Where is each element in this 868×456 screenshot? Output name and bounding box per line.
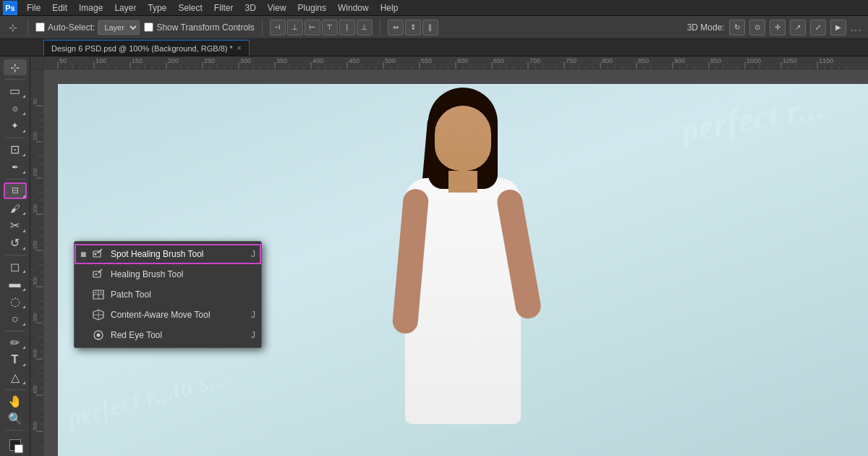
menu-filter[interactable]: Filter bbox=[209, 1, 239, 14]
menu-window[interactable]: Window bbox=[333, 1, 374, 14]
ctx-icon-red-eye bbox=[92, 329, 105, 342]
svg-text:700: 700 bbox=[529, 57, 540, 64]
menu-layer[interactable]: Layer bbox=[109, 1, 141, 14]
tool-pen[interactable]: ✏ bbox=[4, 334, 27, 350]
svg-point-206 bbox=[97, 334, 101, 337]
ctx-bullet-ca: ■ bbox=[80, 309, 86, 321]
svg-text:500: 500 bbox=[385, 57, 396, 64]
ctx-label-healing-brush: Healing Brush Tool bbox=[111, 269, 250, 279]
align-center-v-btn[interactable]: | bbox=[339, 20, 355, 35]
transform-controls-label: Show Transform Controls bbox=[156, 22, 254, 33]
ctx-content-aware[interactable]: ■ Content-Aware Move Tool J bbox=[75, 305, 261, 325]
menu-3d[interactable]: 3D bbox=[239, 1, 260, 14]
3d-slide-btn[interactable]: ↗ bbox=[790, 20, 806, 35]
svg-point-194 bbox=[95, 253, 97, 256]
separator-3 bbox=[380, 20, 380, 35]
3d-video-btn[interactable]: ▶ bbox=[830, 20, 846, 35]
menu-plugins[interactable]: Plugins bbox=[293, 1, 331, 14]
ruler-corner bbox=[30, 56, 43, 69]
tool-history-brush[interactable]: ↺ bbox=[4, 235, 27, 251]
distribute-extra-btn[interactable]: ∥ bbox=[422, 20, 438, 35]
svg-point-201 bbox=[95, 292, 97, 293]
move-tool-icon: ⊹ bbox=[6, 20, 20, 35]
svg-point-202 bbox=[101, 292, 102, 293]
3d-pan-btn[interactable]: ✛ bbox=[770, 20, 786, 35]
svg-text:800: 800 bbox=[602, 57, 613, 64]
ctx-bullet-heal: ■ bbox=[80, 269, 86, 280]
3d-orbit-btn[interactable]: ⊙ bbox=[749, 20, 765, 35]
svg-text:650: 650 bbox=[493, 57, 504, 64]
svg-text:400: 400 bbox=[33, 349, 38, 358]
tool-lasso[interactable]: ⌾ bbox=[4, 101, 27, 117]
3d-scale-btn[interactable]: ⤢ bbox=[810, 20, 826, 35]
watermark-bottom: perfect r...to s... bbox=[64, 361, 231, 434]
tool-dodge[interactable]: ○ bbox=[4, 311, 27, 327]
menu-type[interactable]: Type bbox=[142, 1, 171, 14]
menu-view[interactable]: View bbox=[263, 1, 292, 14]
svg-text:450: 450 bbox=[33, 385, 38, 394]
ctx-bullet-patch: ■ bbox=[80, 289, 86, 300]
woman-face bbox=[435, 106, 491, 171]
tool-magic-wand[interactable]: ✦ bbox=[4, 118, 27, 134]
tool-zoom[interactable]: 🔍 bbox=[4, 410, 27, 426]
tool-separator-4 bbox=[5, 255, 25, 256]
svg-text:300: 300 bbox=[33, 276, 38, 285]
align-right-btn[interactable]: ⊢ bbox=[305, 20, 320, 35]
tool-spot-heal[interactable]: ⊟ bbox=[4, 182, 27, 198]
ctx-icon-content-aware bbox=[92, 308, 105, 321]
svg-text:150: 150 bbox=[33, 168, 38, 177]
foreground-color[interactable] bbox=[4, 437, 27, 453]
svg-text:250: 250 bbox=[33, 240, 38, 249]
tab-close-btn[interactable]: × bbox=[237, 44, 242, 52]
align-left-btn[interactable]: ⊣ bbox=[270, 20, 286, 35]
align-center-h-btn[interactable]: ⊥ bbox=[287, 20, 303, 35]
ctx-label-content-aware: Content-Aware Move Tool bbox=[111, 310, 245, 320]
menu-edit[interactable]: Edit bbox=[47, 1, 72, 14]
svg-text:200: 200 bbox=[33, 204, 38, 213]
distribute-h-btn[interactable]: ⇔ bbox=[388, 20, 404, 35]
align-top-btn[interactable]: ⊤ bbox=[322, 20, 338, 35]
ctx-bullet-red-eye: ■ bbox=[80, 329, 86, 341]
ctx-patch-tool[interactable]: ■ Patch Tool bbox=[75, 284, 261, 305]
tool-rectangle-select[interactable]: ▭ bbox=[4, 83, 27, 99]
tool-brush[interactable]: 🖌 bbox=[4, 200, 27, 216]
menu-help[interactable]: Help bbox=[375, 1, 404, 14]
svg-text:600: 600 bbox=[457, 57, 468, 64]
tool-shape[interactable]: △ bbox=[4, 369, 27, 385]
align-bottom-btn[interactable]: ⊥ bbox=[357, 20, 373, 35]
menu-image[interactable]: Image bbox=[74, 1, 108, 14]
more-options-btn[interactable]: ... bbox=[851, 21, 862, 34]
3d-rotate-btn[interactable]: ↻ bbox=[729, 20, 745, 35]
svg-point-195 bbox=[97, 252, 98, 253]
transform-controls-checkbox[interactable] bbox=[144, 22, 153, 32]
menu-file[interactable]: File bbox=[22, 1, 46, 14]
tool-text[interactable]: T bbox=[4, 352, 27, 368]
tool-eyedropper[interactable]: ✒ bbox=[4, 159, 27, 175]
ruler-svg: 5010015020025030035040045050055060065070… bbox=[43, 56, 868, 69]
auto-select-dropdown[interactable]: Layer bbox=[98, 20, 140, 35]
ctx-healing-brush[interactable]: ■ Healing Brush Tool bbox=[75, 264, 261, 284]
auto-select-label: Auto-Select: bbox=[48, 22, 95, 33]
tool-eraser[interactable]: ◻ bbox=[4, 258, 27, 274]
transform-controls-container: Show Transform Controls bbox=[144, 22, 254, 33]
tool-blur[interactable]: ◌ bbox=[4, 294, 27, 310]
tool-hand[interactable]: 🤚 bbox=[4, 393, 27, 409]
svg-text:250: 250 bbox=[204, 57, 215, 64]
svg-text:100: 100 bbox=[33, 132, 38, 140]
tool-crop[interactable]: ⊡ bbox=[4, 142, 27, 158]
ctx-spot-healing[interactable]: ■ Spot Healing Brush Tool J bbox=[75, 244, 261, 264]
menu-select[interactable]: Select bbox=[173, 1, 207, 14]
context-menu: ■ Spot Healing Brush Tool J ■ bbox=[74, 241, 262, 348]
tool-clone-stamp[interactable]: ✂ bbox=[4, 218, 27, 234]
svg-text:400: 400 bbox=[312, 57, 323, 64]
woman-figure bbox=[362, 84, 564, 456]
tool-gradient[interactable]: ▬ bbox=[4, 276, 27, 292]
distribute-v-btn[interactable]: ⇕ bbox=[405, 20, 421, 35]
align-buttons: ⊣ ⊥ ⊢ ⊤ | ⊥ bbox=[270, 20, 373, 35]
auto-select-checkbox[interactable] bbox=[35, 22, 45, 32]
ctx-red-eye[interactable]: ■ Red Eye Tool J bbox=[75, 325, 261, 345]
tool-move[interactable]: ⊹ bbox=[4, 59, 27, 75]
tool-separator-5 bbox=[5, 331, 25, 332]
watermark-top: perfect r... bbox=[678, 86, 827, 151]
document-tab[interactable]: Design 6 PSD.psd @ 100% (Background, RGB… bbox=[43, 40, 250, 56]
